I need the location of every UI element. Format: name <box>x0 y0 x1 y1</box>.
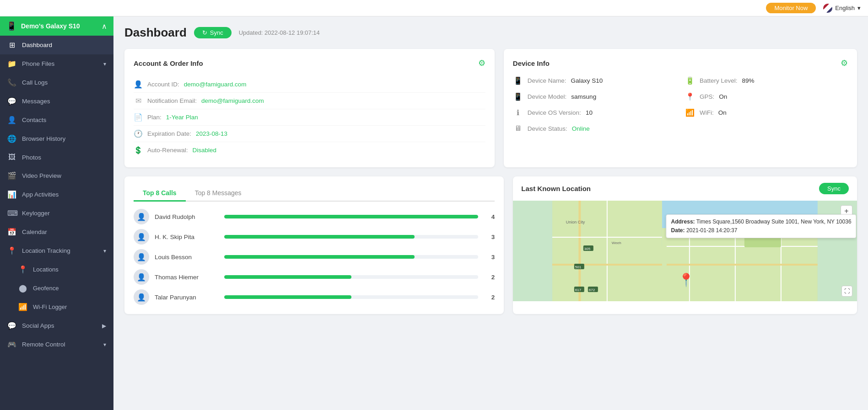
svg-text:672: 672 <box>589 288 595 292</box>
call-item: 👤 H. K. Skip Pita 3 <box>134 229 495 245</box>
call-list: 👤 David Rudolph 4 👤 H. K. Skip Pita <box>134 209 495 305</box>
avatar: 👤 <box>134 249 149 265</box>
svg-text:501: 501 <box>575 265 582 269</box>
wifi-logger-icon: 📶 <box>18 303 27 311</box>
monitor-now-button[interactable]: Monitor Now <box>766 3 816 13</box>
location-card: Last Known Location Sync <box>513 176 857 314</box>
sync-button[interactable]: ↻ Sync <box>194 27 232 38</box>
call-item: 👤 David Rudolph 4 <box>134 209 495 224</box>
sidebar-item-photos[interactable]: 🖼 Photos <box>0 148 113 166</box>
sidebar-item-app-activities[interactable]: 📊 App Activities <box>0 185 113 204</box>
bar-container <box>224 275 478 279</box>
status-value: Online <box>572 125 590 132</box>
settings-icon[interactable]: ⚙ <box>478 58 485 68</box>
sidebar-item-wifi-logger[interactable]: 📶 Wi-Fi Logger <box>0 298 113 316</box>
keylogger-icon: ⌨ <box>7 209 16 218</box>
call-name: Talar Parunyan <box>155 294 219 301</box>
sidebar-device-name: Demo's Galaxy S10 <box>21 22 80 30</box>
sidebar-item-social-apps[interactable]: 💬 Social Apps ▶ <box>0 316 113 335</box>
bar-fill <box>224 235 415 239</box>
bar-fill <box>224 215 478 218</box>
sidebar: 📱 Demo's Galaxy S10 ∧ ⊞ Dashboard 📁 Phon… <box>0 16 113 410</box>
language-label: English <box>835 5 855 11</box>
tab-top8-calls[interactable]: Top 8 Calls <box>134 186 186 202</box>
notification-email-value: demo@famiguard.com <box>201 97 264 104</box>
sidebar-item-remote-control[interactable]: 🎮 Remote Control ▾ <box>0 335 113 354</box>
contacts-icon: 👤 <box>7 116 16 124</box>
card-header: Account & Order Info ⚙ <box>134 58 485 68</box>
tooltip-address-label: Address: <box>671 218 695 225</box>
notification-email-row: ✉ Notification Email: demo@famiguard.com <box>134 93 485 109</box>
sidebar-item-label: Geofence <box>33 285 106 292</box>
call-item: 👤 Talar Parunyan 2 <box>134 289 495 305</box>
dashboard-header: Dashboard ↻ Sync Updated: 2022-08-12 19:… <box>124 26 857 40</box>
tab-top8-messages[interactable]: Top 8 Messages <box>186 186 251 202</box>
status-label: Device Status: <box>528 125 567 132</box>
dashboard-icon: ⊞ <box>7 41 16 49</box>
renewal-icon: 💲 <box>134 146 143 154</box>
chevron-right-icon: ▶ <box>102 323 106 329</box>
map-tooltip: Address: Times Square,1560 Broadway Suit… <box>666 214 857 238</box>
flag-icon <box>823 4 832 13</box>
device-icon: 📱 <box>6 21 16 31</box>
avatar: 👤 <box>134 209 149 224</box>
tooltip-address-value: Times Square,1560 Broadway Suite 1001, N… <box>696 218 852 225</box>
map-pin-icon: 📍 <box>678 272 694 288</box>
sidebar-item-label: Social Apps <box>22 322 97 329</box>
auto-renewal-label: Auto-Renewal: <box>147 147 188 154</box>
sidebar-item-browser-history[interactable]: 🌐 Browser History <box>0 129 113 148</box>
map-card-title: Last Known Location <box>521 185 591 192</box>
email-icon: ✉ <box>134 96 143 105</box>
sidebar-item-label: Call Logs <box>22 79 106 86</box>
call-name: Thomas Hiemer <box>155 274 219 281</box>
call-count: 4 <box>484 213 495 220</box>
sidebar-item-contacts[interactable]: 👤 Contacts <box>0 111 113 129</box>
call-item: 👤 Thomas Hiemer 2 <box>134 269 495 285</box>
call-name: David Rudolph <box>155 213 219 220</box>
sidebar-device-header[interactable]: 📱 Demo's Galaxy S10 ∧ <box>0 16 113 36</box>
sidebar-item-label: Calendar <box>22 229 106 235</box>
calendar-icon: 📅 <box>7 228 16 236</box>
sidebar-item-phone-files[interactable]: 📁 Phone Files ▾ <box>0 54 113 73</box>
auto-renewal-row: 💲 Auto-Renewal: Disabled <box>134 142 485 158</box>
sidebar-item-messages[interactable]: 💬 Messages <box>0 92 113 111</box>
sidebar-item-locations[interactable]: 📍 Locations <box>0 260 113 279</box>
os-value: 10 <box>586 109 593 116</box>
app-activities-icon: 📊 <box>7 190 16 199</box>
chevron-down-icon: ▾ <box>103 341 106 348</box>
sidebar-item-call-logs[interactable]: 📞 Call Logs <box>0 73 113 92</box>
bar-fill <box>224 275 351 279</box>
locations-icon: 📍 <box>18 265 27 274</box>
document-icon: 📄 <box>134 113 143 122</box>
sidebar-item-calendar[interactable]: 📅 Calendar <box>0 223 113 241</box>
calls-messages-card: Top 8 Calls Top 8 Messages 👤 David Rudol… <box>124 176 504 314</box>
sync-label: Sync <box>210 29 223 36</box>
avatar: 👤 <box>134 269 149 285</box>
sidebar-item-video-preview[interactable]: 🎬 Video Preview <box>0 166 113 185</box>
sidebar-item-location-tracking[interactable]: 📍 Location Tracking ▾ <box>0 241 113 260</box>
sidebar-item-geofence[interactable]: ⬤ Geofence <box>0 279 113 298</box>
svg-text:Union City: Union City <box>566 220 585 224</box>
battery-icon: 🔋 <box>685 76 695 85</box>
plan-row: 📄 Plan: 1-Year Plan <box>134 109 485 126</box>
sidebar-item-label: Phone Files <box>22 60 98 67</box>
sidebar-item-label: App Activities <box>22 191 106 198</box>
sidebar-item-dashboard[interactable]: ⊞ Dashboard <box>0 36 113 54</box>
sidebar-header-left: 📱 Demo's Galaxy S10 <box>6 21 80 31</box>
language-selector[interactable]: English ▾ <box>823 4 861 13</box>
content-area: Dashboard ↻ Sync Updated: 2022-08-12 19:… <box>113 16 868 410</box>
call-name: Louis Besson <box>155 254 219 261</box>
device-info-card: Device Info ⚙ 📱 Device Name: Galaxy S10 … <box>504 49 857 167</box>
map-sync-button[interactable]: Sync <box>819 183 849 194</box>
sidebar-item-label: Contacts <box>22 117 106 123</box>
map-card-header: Last Known Location Sync <box>513 176 857 201</box>
sidebar-item-keylogger[interactable]: ⌨ Keylogger <box>0 204 113 223</box>
device-name-item: 📱 Device Name: Galaxy S10 <box>513 76 676 85</box>
fullscreen-button[interactable]: ⛶ <box>841 286 852 297</box>
device-name-label: Device Name: <box>528 77 566 84</box>
settings-icon[interactable]: ⚙ <box>841 58 848 68</box>
geofence-icon: ⬤ <box>18 284 27 293</box>
phone-icon: 📱 <box>513 76 523 85</box>
wifi-value: On <box>718 109 727 116</box>
bar-container <box>224 215 478 218</box>
